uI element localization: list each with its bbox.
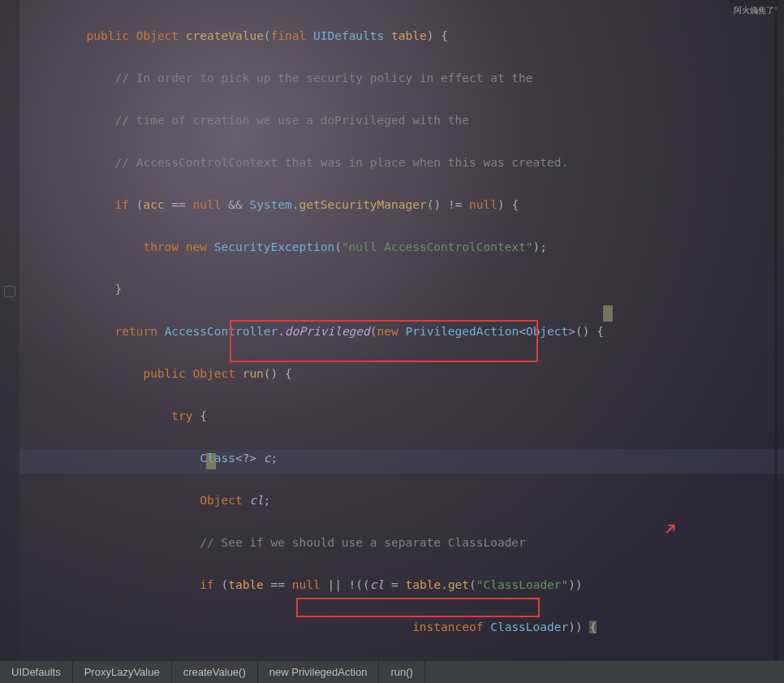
breadcrumb-item[interactable]: UIDefaults — [0, 661, 73, 684]
fold-marker-icon[interactable] — [4, 286, 15, 297]
breadcrumb-item[interactable]: ProxyLazyValue — [73, 661, 172, 684]
breadcrumb-bar: UIDefaults ProxyLazyValue createValue() … — [0, 660, 784, 683]
breadcrumb-item[interactable]: run() — [379, 661, 424, 684]
breadcrumb-item[interactable]: createValue() — [172, 661, 258, 684]
editor-gutter — [0, 0, 19, 660]
chevron-down-icon[interactable]: ▾ — [754, 2, 760, 23]
editor-scroll-track[interactable] — [774, 0, 778, 660]
breadcrumb-item[interactable]: new PrivilegedAction — [258, 661, 380, 684]
code-editor[interactable]: public Object createValue(final UIDefaul… — [19, 4, 784, 683]
